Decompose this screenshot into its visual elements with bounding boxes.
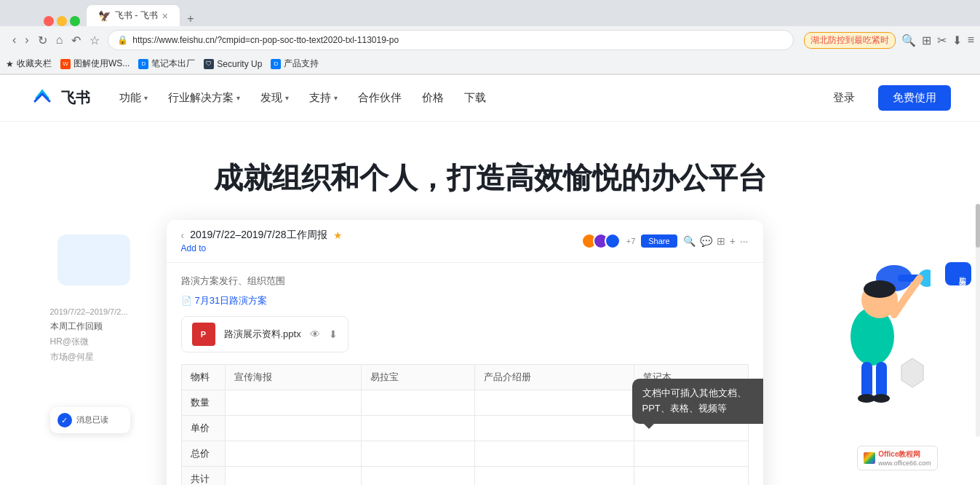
bookmark-notebook[interactable]: D 笔记本出厂	[138, 58, 195, 70]
login-button[interactable]: 登录	[821, 85, 867, 111]
nav-item-partner[interactable]: 合作伙伴	[358, 91, 402, 105]
table-cell[interactable]	[475, 441, 634, 467]
bookmark-favorites[interactable]: ★ 收藏夹栏	[6, 58, 52, 70]
maximize-btn[interactable]	[70, 16, 80, 26]
table-cell[interactable]	[475, 416, 634, 441]
table-row-quantity-header: 数量	[181, 390, 225, 416]
search-icon[interactable]: 🔍	[683, 235, 696, 247]
table-cell[interactable]	[362, 467, 475, 486]
table-cell[interactable]	[475, 390, 634, 416]
table-cell[interactable]	[634, 441, 748, 467]
bookmark-security[interactable]: 🛡 Security Up	[204, 59, 262, 69]
doc-list-item-0: 本周工作回顾	[50, 320, 145, 333]
bookmark-wps[interactable]: W 图解使用WS...	[60, 58, 130, 70]
right-character: Office教程网 www.office66.com	[785, 220, 931, 456]
scrollbar-track	[976, 204, 980, 437]
chevron-down-icon: ▾	[285, 94, 289, 102]
bookmark-wps-label: 图解使用WS...	[73, 58, 130, 70]
table-cell[interactable]	[225, 416, 362, 441]
nav-logo[interactable]: 飞书	[29, 85, 90, 111]
home-button[interactable]: ⌂	[52, 31, 67, 50]
nav-item-price[interactable]: 价格	[422, 91, 444, 105]
bookmark-support[interactable]: D 产品支持	[271, 58, 319, 70]
doc-header-right: +7 Share 🔍 💬 ⊞ + ···	[581, 233, 749, 249]
doc-star-icon[interactable]: ★	[333, 229, 343, 241]
doc-link-label: 7月31日路演方案	[195, 294, 268, 307]
free-button[interactable]: 免费使用	[878, 85, 951, 111]
table-cell[interactable]	[362, 416, 475, 441]
more-icon[interactable]: ···	[740, 235, 749, 247]
browser-scissors-icon[interactable]: ✂	[937, 33, 947, 47]
secure-icon: 🔒	[117, 35, 128, 45]
forward-button[interactable]: ›	[21, 31, 32, 50]
scrollbar-thumb[interactable]	[976, 204, 980, 248]
table-header-material: 物料	[181, 365, 225, 390]
table-row-price-header: 单价	[181, 416, 225, 441]
copy-icon[interactable]: ⊞	[717, 235, 725, 247]
doc-title-section: ‹ 2019/7/22–2019/7/28工作周报 ★ Add to	[181, 229, 343, 253]
history-button[interactable]: ↶	[68, 31, 84, 50]
table-cell[interactable]	[225, 467, 362, 486]
nav-item-support[interactable]: 支持 ▾	[309, 91, 338, 105]
svg-rect-7	[876, 362, 887, 398]
browser-grid-icon[interactable]: ⊞	[922, 33, 931, 47]
table-cell[interactable]	[475, 467, 634, 486]
add-icon[interactable]: +	[730, 235, 736, 247]
bookmark-support-label: 产品支持	[284, 58, 319, 70]
table-cell[interactable]	[362, 441, 475, 467]
tab-close-icon[interactable]: ×	[162, 10, 168, 22]
minimize-btn[interactable]	[57, 16, 67, 26]
nav-actions: 登录 免费使用	[821, 85, 951, 111]
doc-share-button[interactable]: Share	[641, 234, 677, 248]
tooltip-text: 文档中可插入其他文档、PPT、表格、视频等	[642, 387, 746, 414]
office-site-url: www.office66.com	[878, 460, 931, 467]
doc-add-label[interactable]: Add to	[181, 243, 343, 253]
office-badge-text: Office教程网 www.office66.com	[878, 449, 931, 467]
star-icon: ★	[6, 59, 14, 69]
address-bar[interactable]: 🔒 https://www.feishu.cn/?cmpid=cn-pop-so…	[108, 30, 793, 50]
browser-menu-icon[interactable]: ≡	[968, 33, 974, 47]
notification-text: 湖北防控到最吃紧时	[804, 32, 896, 49]
left-doc-list: 2019/7/22–2019/7/2... 本周工作回顾 HR@张微 市场@何星	[50, 300, 145, 371]
office-badge: Office教程网 www.office66.com	[857, 446, 937, 470]
back-button[interactable]: ‹	[9, 31, 20, 50]
doc-nav-back-icon[interactable]: ‹	[181, 229, 185, 241]
file-actions: 👁 ⬇	[310, 328, 338, 340]
file-view-icon[interactable]: 👁	[310, 328, 320, 340]
table-header-banner: 易拉宝	[362, 365, 475, 390]
browser-search-icon[interactable]: 🔍	[901, 33, 916, 47]
float-consult-button[interactable]: 购买咨询	[945, 262, 971, 285]
table-cell[interactable]	[634, 467, 748, 486]
doc-body: 路演方案发行、组织范围 📄 7月31日路演方案 P 路演展示资料.pptx 👁 …	[167, 263, 763, 485]
new-tab-button[interactable]: +	[183, 12, 198, 26]
bookmark-label: 收藏夹栏	[17, 58, 52, 70]
nav-item-discover[interactable]: 发现 ▾	[260, 91, 289, 105]
table-cell[interactable]	[225, 441, 362, 467]
bookmarks-bar: ★ 收藏夹栏 W 图解使用WS... D 笔记本出厂 🛡 Security Up…	[0, 54, 980, 74]
file-download-icon[interactable]: ⬇	[329, 328, 338, 340]
nav-item-industry[interactable]: 行业解决方案 ▾	[168, 91, 240, 105]
table-cell[interactable]	[225, 390, 362, 416]
browser-tab-active[interactable]: 🦅 飞书 - 飞书 ×	[86, 4, 180, 26]
doc-title-row: ‹ 2019/7/22–2019/7/28工作周报 ★	[181, 229, 343, 242]
browser-download-icon[interactable]: ⬇	[952, 33, 962, 47]
nav-item-features[interactable]: 功能 ▾	[119, 91, 148, 105]
nav-logo-text: 飞书	[61, 88, 90, 108]
table-row-sum-header: 共计	[181, 467, 225, 486]
nav-menu: 功能 ▾ 行业解决方案 ▾ 发现 ▾ 支持 ▾ 合作伙伴 价格 下载	[119, 91, 821, 105]
main-nav: 飞书 功能 ▾ 行业解决方案 ▾ 发现 ▾ 支持 ▾ 合作伙伴 价格 下载	[0, 75, 980, 122]
doc-avatars	[581, 233, 621, 249]
file-name-label: 路演展示资料.pptx	[224, 328, 301, 341]
close-btn[interactable]	[44, 16, 54, 26]
comment-icon[interactable]: 💬	[700, 235, 712, 247]
file-attachment: P 路演展示资料.pptx 👁 ⬇	[181, 316, 348, 352]
dell-icon: D	[138, 59, 148, 69]
bookmark-button[interactable]: ☆	[86, 31, 103, 50]
doc-link[interactable]: 📄 7月31日路演方案	[181, 294, 268, 307]
chevron-down-icon: ▾	[236, 94, 240, 102]
nav-item-download[interactable]: 下载	[464, 91, 486, 105]
reload-button[interactable]: ↻	[34, 31, 51, 50]
browser-chrome: 🦅 飞书 - 飞书 × + ‹ › ↻ ⌂ ↶ ☆ 🔒 https://www.…	[0, 0, 980, 75]
browser-actions: 湖北防控到最吃紧时 🔍 ⊞ ✂ ⬇ ≡	[804, 32, 974, 49]
table-cell[interactable]	[362, 390, 475, 416]
